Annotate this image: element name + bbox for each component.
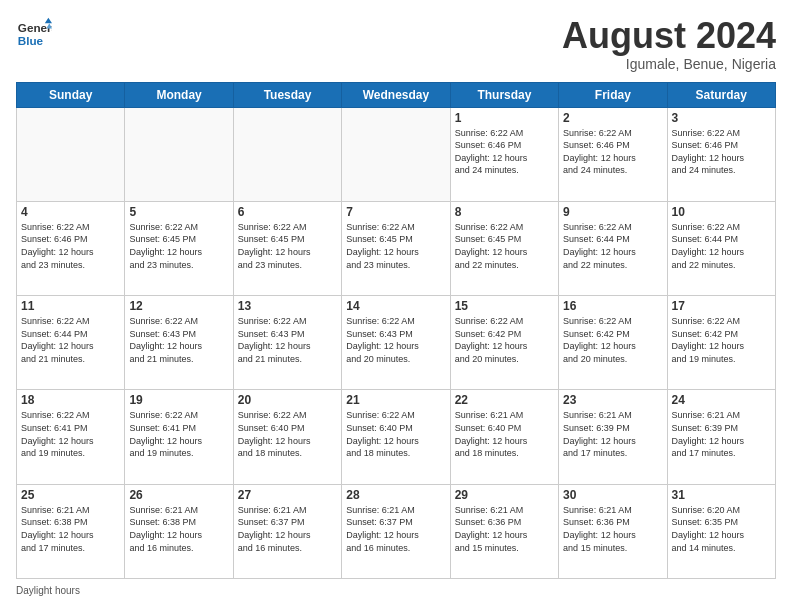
day-cell: 13Sunrise: 6:22 AM Sunset: 6:43 PM Dayli… <box>233 296 341 390</box>
day-cell: 12Sunrise: 6:22 AM Sunset: 6:43 PM Dayli… <box>125 296 233 390</box>
day-number: 25 <box>21 488 120 502</box>
day-cell <box>125 107 233 201</box>
day-number: 24 <box>672 393 771 407</box>
day-header-friday: Friday <box>559 82 667 107</box>
day-header-saturday: Saturday <box>667 82 775 107</box>
day-cell: 27Sunrise: 6:21 AM Sunset: 6:37 PM Dayli… <box>233 484 341 578</box>
day-cell: 5Sunrise: 6:22 AM Sunset: 6:45 PM Daylig… <box>125 201 233 295</box>
day-number: 16 <box>563 299 662 313</box>
calendar-table: SundayMondayTuesdayWednesdayThursdayFrid… <box>16 82 776 579</box>
day-cell <box>17 107 125 201</box>
day-info: Sunrise: 6:22 AM Sunset: 6:40 PM Dayligh… <box>346 409 445 459</box>
day-cell: 14Sunrise: 6:22 AM Sunset: 6:43 PM Dayli… <box>342 296 450 390</box>
day-number: 23 <box>563 393 662 407</box>
day-cell: 22Sunrise: 6:21 AM Sunset: 6:40 PM Dayli… <box>450 390 558 484</box>
day-info: Sunrise: 6:22 AM Sunset: 6:42 PM Dayligh… <box>563 315 662 365</box>
day-cell: 6Sunrise: 6:22 AM Sunset: 6:45 PM Daylig… <box>233 201 341 295</box>
day-number: 13 <box>238 299 337 313</box>
day-cell: 9Sunrise: 6:22 AM Sunset: 6:44 PM Daylig… <box>559 201 667 295</box>
day-cell: 3Sunrise: 6:22 AM Sunset: 6:46 PM Daylig… <box>667 107 775 201</box>
day-cell: 28Sunrise: 6:21 AM Sunset: 6:37 PM Dayli… <box>342 484 450 578</box>
day-header-sunday: Sunday <box>17 82 125 107</box>
day-number: 8 <box>455 205 554 219</box>
day-number: 19 <box>129 393 228 407</box>
day-cell: 17Sunrise: 6:22 AM Sunset: 6:42 PM Dayli… <box>667 296 775 390</box>
day-info: Sunrise: 6:22 AM Sunset: 6:41 PM Dayligh… <box>21 409 120 459</box>
day-cell <box>233 107 341 201</box>
day-number: 18 <box>21 393 120 407</box>
day-number: 20 <box>238 393 337 407</box>
day-cell: 20Sunrise: 6:22 AM Sunset: 6:40 PM Dayli… <box>233 390 341 484</box>
day-info: Sunrise: 6:21 AM Sunset: 6:38 PM Dayligh… <box>21 504 120 554</box>
title-block: August 2024 Igumale, Benue, Nigeria <box>562 16 776 72</box>
day-cell: 29Sunrise: 6:21 AM Sunset: 6:36 PM Dayli… <box>450 484 558 578</box>
day-header-monday: Monday <box>125 82 233 107</box>
day-cell: 25Sunrise: 6:21 AM Sunset: 6:38 PM Dayli… <box>17 484 125 578</box>
day-cell: 4Sunrise: 6:22 AM Sunset: 6:46 PM Daylig… <box>17 201 125 295</box>
day-info: Sunrise: 6:22 AM Sunset: 6:40 PM Dayligh… <box>238 409 337 459</box>
day-number: 28 <box>346 488 445 502</box>
page: General Blue August 2024 Igumale, Benue,… <box>0 0 792 612</box>
day-number: 31 <box>672 488 771 502</box>
day-number: 30 <box>563 488 662 502</box>
day-number: 12 <box>129 299 228 313</box>
day-info: Sunrise: 6:22 AM Sunset: 6:46 PM Dayligh… <box>21 221 120 271</box>
day-header-row: SundayMondayTuesdayWednesdayThursdayFrid… <box>17 82 776 107</box>
day-info: Sunrise: 6:22 AM Sunset: 6:45 PM Dayligh… <box>346 221 445 271</box>
day-number: 3 <box>672 111 771 125</box>
day-info: Sunrise: 6:21 AM Sunset: 6:39 PM Dayligh… <box>672 409 771 459</box>
day-number: 29 <box>455 488 554 502</box>
day-info: Sunrise: 6:22 AM Sunset: 6:43 PM Dayligh… <box>129 315 228 365</box>
day-cell: 24Sunrise: 6:21 AM Sunset: 6:39 PM Dayli… <box>667 390 775 484</box>
week-row-1: 1Sunrise: 6:22 AM Sunset: 6:46 PM Daylig… <box>17 107 776 201</box>
day-number: 1 <box>455 111 554 125</box>
day-info: Sunrise: 6:21 AM Sunset: 6:40 PM Dayligh… <box>455 409 554 459</box>
day-number: 14 <box>346 299 445 313</box>
day-cell: 11Sunrise: 6:22 AM Sunset: 6:44 PM Dayli… <box>17 296 125 390</box>
day-info: Sunrise: 6:22 AM Sunset: 6:45 PM Dayligh… <box>129 221 228 271</box>
day-info: Sunrise: 6:22 AM Sunset: 6:43 PM Dayligh… <box>346 315 445 365</box>
day-cell: 2Sunrise: 6:22 AM Sunset: 6:46 PM Daylig… <box>559 107 667 201</box>
day-number: 10 <box>672 205 771 219</box>
footer-note: Daylight hours <box>16 585 776 596</box>
day-cell: 1Sunrise: 6:22 AM Sunset: 6:46 PM Daylig… <box>450 107 558 201</box>
day-number: 11 <box>21 299 120 313</box>
day-info: Sunrise: 6:22 AM Sunset: 6:43 PM Dayligh… <box>238 315 337 365</box>
day-info: Sunrise: 6:22 AM Sunset: 6:46 PM Dayligh… <box>672 127 771 177</box>
day-number: 27 <box>238 488 337 502</box>
day-info: Sunrise: 6:22 AM Sunset: 6:41 PM Dayligh… <box>129 409 228 459</box>
week-row-5: 25Sunrise: 6:21 AM Sunset: 6:38 PM Dayli… <box>17 484 776 578</box>
day-number: 6 <box>238 205 337 219</box>
day-number: 26 <box>129 488 228 502</box>
day-cell: 21Sunrise: 6:22 AM Sunset: 6:40 PM Dayli… <box>342 390 450 484</box>
day-number: 2 <box>563 111 662 125</box>
day-number: 7 <box>346 205 445 219</box>
day-header-wednesday: Wednesday <box>342 82 450 107</box>
day-info: Sunrise: 6:22 AM Sunset: 6:42 PM Dayligh… <box>455 315 554 365</box>
day-cell: 16Sunrise: 6:22 AM Sunset: 6:42 PM Dayli… <box>559 296 667 390</box>
svg-text:Blue: Blue <box>18 34 44 47</box>
day-header-tuesday: Tuesday <box>233 82 341 107</box>
day-number: 15 <box>455 299 554 313</box>
day-cell: 31Sunrise: 6:20 AM Sunset: 6:35 PM Dayli… <box>667 484 775 578</box>
day-cell: 23Sunrise: 6:21 AM Sunset: 6:39 PM Dayli… <box>559 390 667 484</box>
day-info: Sunrise: 6:22 AM Sunset: 6:42 PM Dayligh… <box>672 315 771 365</box>
day-number: 21 <box>346 393 445 407</box>
day-info: Sunrise: 6:21 AM Sunset: 6:39 PM Dayligh… <box>563 409 662 459</box>
day-cell: 18Sunrise: 6:22 AM Sunset: 6:41 PM Dayli… <box>17 390 125 484</box>
day-info: Sunrise: 6:22 AM Sunset: 6:45 PM Dayligh… <box>238 221 337 271</box>
location-subtitle: Igumale, Benue, Nigeria <box>562 56 776 72</box>
day-info: Sunrise: 6:22 AM Sunset: 6:44 PM Dayligh… <box>672 221 771 271</box>
week-row-2: 4Sunrise: 6:22 AM Sunset: 6:46 PM Daylig… <box>17 201 776 295</box>
day-cell: 15Sunrise: 6:22 AM Sunset: 6:42 PM Dayli… <box>450 296 558 390</box>
day-cell: 19Sunrise: 6:22 AM Sunset: 6:41 PM Dayli… <box>125 390 233 484</box>
week-row-4: 18Sunrise: 6:22 AM Sunset: 6:41 PM Dayli… <box>17 390 776 484</box>
day-cell <box>342 107 450 201</box>
day-cell: 30Sunrise: 6:21 AM Sunset: 6:36 PM Dayli… <box>559 484 667 578</box>
day-info: Sunrise: 6:22 AM Sunset: 6:46 PM Dayligh… <box>563 127 662 177</box>
day-info: Sunrise: 6:21 AM Sunset: 6:37 PM Dayligh… <box>238 504 337 554</box>
day-number: 4 <box>21 205 120 219</box>
day-info: Sunrise: 6:22 AM Sunset: 6:45 PM Dayligh… <box>455 221 554 271</box>
week-row-3: 11Sunrise: 6:22 AM Sunset: 6:44 PM Dayli… <box>17 296 776 390</box>
day-number: 5 <box>129 205 228 219</box>
